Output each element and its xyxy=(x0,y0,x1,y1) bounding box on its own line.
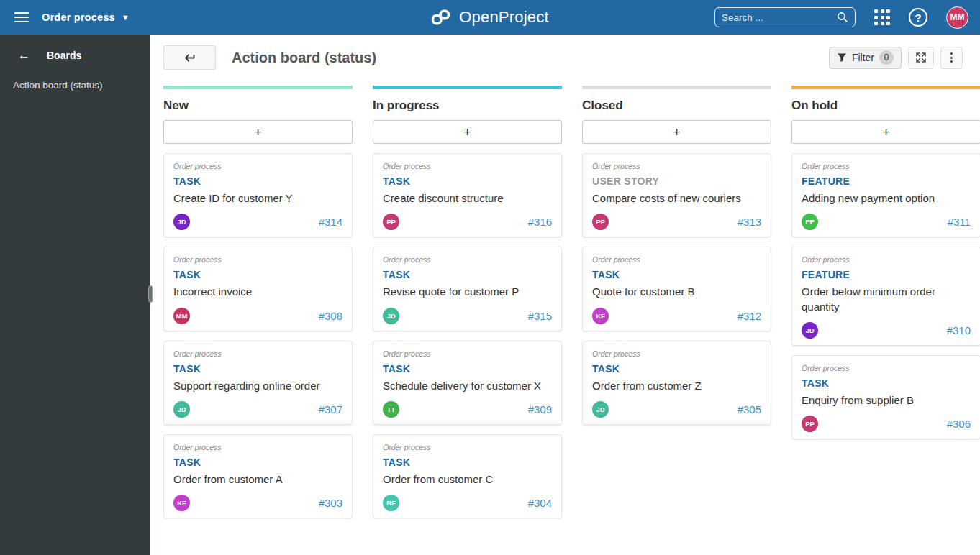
project-switcher[interactable]: Order process ▼ xyxy=(42,12,130,23)
main-content: Action board (status) Filter 0 xyxy=(150,35,980,555)
work-package-id-link[interactable]: #304 xyxy=(528,497,552,509)
work-package-id-link[interactable]: #311 xyxy=(948,216,971,228)
card-footer: TT #309 xyxy=(383,401,552,418)
assignee-avatar: KF xyxy=(592,308,609,324)
card-project-name: Order process xyxy=(173,255,342,264)
filter-funnel-icon xyxy=(837,52,847,63)
work-package-id-link[interactable]: #309 xyxy=(528,403,552,416)
sidebar-item-action-board-status[interactable]: Action board (status) xyxy=(0,61,150,91)
card-project-name: Order process xyxy=(592,255,761,264)
assignee-avatar: JD xyxy=(592,401,609,418)
work-package-id-link[interactable]: #310 xyxy=(947,324,971,336)
search-icon[interactable] xyxy=(837,12,848,23)
work-package-id-link[interactable]: #315 xyxy=(528,310,552,322)
card-type: FEATURE xyxy=(802,269,971,280)
assignee-avatar: JD xyxy=(802,322,818,339)
card-project-name: Order process xyxy=(173,443,342,451)
sidebar-back-arrow-icon[interactable]: ← xyxy=(18,49,30,61)
card-type: TASK xyxy=(173,175,342,187)
card-project-name: Order process xyxy=(383,349,552,358)
work-package-card[interactable]: Order process TASK Order from customer Z… xyxy=(582,341,771,425)
card-title: Revise quote for customer P xyxy=(383,285,552,299)
card-type: USER STORY xyxy=(592,175,761,187)
modules-grid-icon[interactable] xyxy=(874,9,890,25)
card-project-name: Order process xyxy=(592,349,761,358)
work-package-id-link[interactable]: #303 xyxy=(319,497,342,509)
help-icon[interactable]: ? xyxy=(909,8,927,27)
sidebar-resize-handle[interactable] xyxy=(148,285,153,303)
back-to-boards-button[interactable] xyxy=(163,45,216,70)
card-project-name: Order process xyxy=(802,255,971,264)
card-list: Order process FEATURE Adding new payment… xyxy=(791,153,980,439)
work-package-id-link[interactable]: #306 xyxy=(947,418,971,430)
add-card-button[interactable]: + xyxy=(582,120,771,144)
filter-button[interactable]: Filter 0 xyxy=(829,47,902,69)
work-package-id-link[interactable]: #316 xyxy=(528,216,552,228)
work-package-id-link[interactable]: #305 xyxy=(738,403,761,416)
card-list: Order process USER STORY Compare costs o… xyxy=(582,153,771,425)
fullscreen-button[interactable] xyxy=(908,47,934,69)
card-footer: RF #304 xyxy=(383,495,552,511)
work-package-card[interactable]: Order process TASK Create ID for custome… xyxy=(163,153,353,237)
card-type: TASK xyxy=(802,377,971,389)
card-footer: JD #305 xyxy=(592,401,761,418)
card-title: Order from customer Z xyxy=(592,379,761,393)
work-package-id-link[interactable]: #307 xyxy=(319,403,342,416)
card-title: Order from customer C xyxy=(383,472,552,487)
work-package-id-link[interactable]: #314 xyxy=(319,216,342,228)
work-package-id-link[interactable]: #308 xyxy=(319,310,342,322)
work-package-id-link[interactable]: #312 xyxy=(738,310,761,322)
card-title: Adding new payment option xyxy=(802,191,971,206)
search-input[interactable] xyxy=(722,12,837,23)
work-package-card[interactable]: Order process TASK Create discount struc… xyxy=(373,153,562,237)
work-package-card[interactable]: Order process TASK Support regarding onl… xyxy=(163,341,353,425)
add-card-button[interactable]: + xyxy=(791,120,980,144)
card-footer: KF #312 xyxy=(592,308,761,324)
card-title: Create discount structure xyxy=(383,191,552,206)
user-avatar[interactable]: MM xyxy=(946,6,968,29)
card-footer: EE #311 xyxy=(802,214,971,230)
card-type: FEATURE xyxy=(802,175,971,187)
work-package-card[interactable]: Order process TASK Quote for customer B … xyxy=(582,247,771,331)
card-type: TASK xyxy=(173,363,342,375)
card-title: Enquiry from supplier B xyxy=(802,393,971,408)
assignee-avatar: PP xyxy=(383,214,399,230)
card-type: TASK xyxy=(383,457,552,468)
card-project-name: Order process xyxy=(383,162,552,170)
work-package-card[interactable]: Order process TASK Schedule delivery for… xyxy=(373,341,562,425)
openproject-logo-text: OpenProject xyxy=(459,8,549,27)
board-more-menu-button[interactable] xyxy=(940,47,963,69)
work-package-card[interactable]: Order process TASK Order from customer C… xyxy=(373,434,562,518)
card-type: TASK xyxy=(383,175,552,187)
work-package-card[interactable]: Order process FEATURE Order below minimu… xyxy=(791,247,980,346)
kebab-icon xyxy=(950,52,953,55)
work-package-id-link[interactable]: #313 xyxy=(738,216,761,228)
board-column-in-progress: In progress + Order process TASK Create … xyxy=(373,86,562,518)
card-project-name: Order process xyxy=(802,364,971,372)
work-package-card[interactable]: Order process TASK Revise quote for cust… xyxy=(373,247,562,331)
add-card-button[interactable]: + xyxy=(163,120,353,144)
work-package-card[interactable]: Order process TASK Enquiry from supplier… xyxy=(791,355,980,439)
card-project-name: Order process xyxy=(383,443,552,451)
assignee-avatar: KF xyxy=(173,495,190,511)
card-title: Compare costs of new couriers xyxy=(592,191,761,206)
assignee-avatar: TT xyxy=(383,401,399,418)
card-footer: MM #308 xyxy=(173,308,342,324)
card-list: Order process TASK Create ID for custome… xyxy=(163,153,353,518)
openproject-logo[interactable]: OpenProject xyxy=(431,0,549,35)
card-footer: JD #315 xyxy=(383,308,552,324)
column-title: In progress xyxy=(373,98,562,113)
card-project-name: Order process xyxy=(173,349,342,358)
assignee-avatar: JD xyxy=(173,401,190,418)
work-package-card[interactable]: Order process FEATURE Adding new payment… xyxy=(791,153,980,237)
plus-icon: + xyxy=(673,124,681,139)
add-card-button[interactable]: + xyxy=(373,120,562,144)
work-package-card[interactable]: Order process TASK Order from customer A… xyxy=(163,434,353,518)
hamburger-menu-icon[interactable] xyxy=(14,12,29,22)
card-footer: PP #306 xyxy=(802,416,971,432)
work-package-card[interactable]: Order process USER STORY Compare costs o… xyxy=(582,153,771,237)
card-footer: JD #307 xyxy=(173,401,342,418)
filter-count-badge: 0 xyxy=(879,50,894,65)
card-type: TASK xyxy=(592,363,761,375)
work-package-card[interactable]: Order process TASK Incorrect invoice MM … xyxy=(163,247,353,331)
